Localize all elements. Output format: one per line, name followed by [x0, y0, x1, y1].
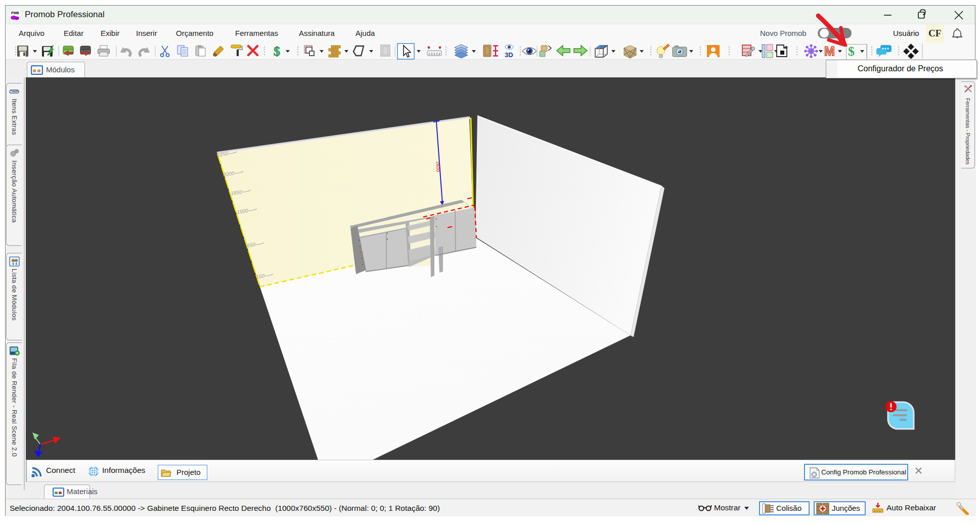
svg-text:2600: 2600 [435, 161, 441, 172]
svg-text:3D: 3D [505, 51, 513, 59]
svg-text:$: $ [274, 44, 280, 59]
svg-text:PMB: PMB [11, 11, 19, 15]
